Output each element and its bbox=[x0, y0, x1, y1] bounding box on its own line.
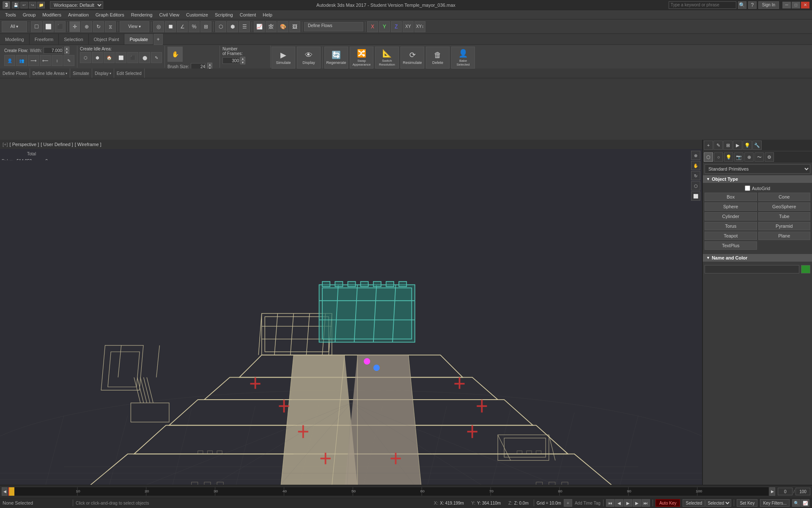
object-type-header[interactable]: ▼ Object Type bbox=[703, 175, 812, 183]
rect-select-btn[interactable]: ⬜ bbox=[43, 21, 54, 32]
frames-spinner[interactable]: ▲ ▼ bbox=[240, 57, 245, 64]
snap-percent-btn[interactable]: % bbox=[189, 21, 200, 32]
rp-utilities-tab[interactable]: 🔧 bbox=[752, 141, 762, 150]
menu-civil-view[interactable]: Civil View bbox=[156, 11, 182, 18]
menu-graph-editors[interactable]: Graph Editors bbox=[92, 11, 128, 18]
swap-appearance-btn[interactable]: 🔀 Swap Appearance bbox=[350, 47, 373, 69]
brush-spin-up[interactable]: ▲ bbox=[207, 63, 212, 66]
tab-populate[interactable]: Populate bbox=[124, 34, 153, 44]
prev-frame-btn[interactable]: ◀ bbox=[615, 499, 623, 507]
width-spinner[interactable]: ▲ ▼ bbox=[64, 47, 69, 54]
sphere-btn[interactable]: Sphere bbox=[705, 202, 757, 211]
quick-redo-btn[interactable]: ↪ bbox=[29, 2, 36, 8]
tab-object-paint[interactable]: Object Paint bbox=[89, 34, 125, 44]
menu-help[interactable]: Help bbox=[259, 11, 276, 18]
tube-btn[interactable]: Tube bbox=[758, 212, 811, 221]
close-btn[interactable]: ✕ bbox=[801, 2, 809, 8]
idle-btn-6[interactable]: ⬤ bbox=[139, 52, 150, 63]
idle-btn-5[interactable]: ⬛ bbox=[127, 52, 138, 63]
rp-geometry-btn[interactable]: ⬡ bbox=[704, 152, 713, 162]
timeline-back-btn[interactable]: ◀ bbox=[2, 487, 8, 496]
search-input[interactable] bbox=[669, 1, 736, 9]
rp-display-tab[interactable]: 💡 bbox=[743, 141, 752, 150]
menu-tools[interactable]: Tools bbox=[2, 11, 19, 18]
workspace-selector[interactable]: Workspace: Default bbox=[50, 1, 103, 9]
y-axis-btn[interactable]: Y bbox=[379, 21, 390, 32]
tab-freeform[interactable]: Freeform bbox=[30, 34, 59, 44]
viewport-canvas[interactable]: Total Polys: 514,950 0 Verts: 357,534 0 … bbox=[0, 149, 702, 508]
vp-nav-orbit-btn[interactable]: ↻ bbox=[691, 171, 700, 180]
modify-idle-btn[interactable]: ✋ bbox=[167, 47, 183, 62]
snap-3d-btn[interactable]: 🔲 bbox=[165, 21, 176, 32]
flow-btn-1[interactable]: 👤 bbox=[4, 55, 15, 66]
sign-in-btn[interactable]: Sign In bbox=[758, 1, 779, 9]
select-filter-dropdown[interactable]: All ▾ bbox=[2, 21, 27, 32]
workspace-dropdown[interactable]: Workspace: Default bbox=[50, 1, 103, 9]
material-editor-btn[interactable]: 🎨 bbox=[277, 21, 288, 32]
idle-btn-1[interactable]: ⬡ bbox=[80, 52, 91, 63]
cylinder-btn[interactable]: Cylinder bbox=[705, 212, 757, 221]
cone-btn[interactable]: Cone bbox=[758, 193, 811, 201]
rp-lights-btn[interactable]: 💡 bbox=[724, 152, 733, 162]
vp-nav-maximize-btn[interactable]: ⬜ bbox=[691, 191, 700, 201]
rp-helpers-btn[interactable]: ⊕ bbox=[744, 152, 754, 162]
flow-btn-3[interactable]: ⟶ bbox=[28, 55, 39, 66]
resimulate-btn[interactable]: ⟳ Resimulate bbox=[401, 47, 424, 69]
flow-btn-6[interactable]: ✎ bbox=[63, 55, 74, 66]
teapot-btn[interactable]: Teapot bbox=[705, 232, 757, 240]
menu-animation[interactable]: Animation bbox=[65, 11, 92, 18]
textplus-btn[interactable]: TextPlus bbox=[705, 241, 757, 250]
tab-modeling[interactable]: Modeling bbox=[0, 34, 30, 44]
autogrid-checkbox[interactable] bbox=[745, 185, 750, 191]
rp-cameras-btn[interactable]: 📷 bbox=[734, 152, 743, 162]
primitives-dropdown[interactable]: Standard Primitives bbox=[705, 164, 810, 174]
go-start-btn[interactable]: ⏮ bbox=[606, 499, 614, 507]
flow-btn-2[interactable]: 👥 bbox=[16, 55, 27, 66]
reference-coord-dropdown[interactable]: View ▾ bbox=[120, 21, 149, 32]
rp-shapes-btn[interactable]: ○ bbox=[714, 152, 723, 162]
vp-nav-zoom-btn[interactable]: ⊕ bbox=[691, 151, 700, 160]
search-anim-btn[interactable]: 🔍 bbox=[792, 499, 801, 507]
snap-angle-btn[interactable]: ∠ bbox=[177, 21, 188, 32]
layer-manager-btn[interactable]: ☰ bbox=[239, 21, 250, 32]
menu-rendering[interactable]: Rendering bbox=[128, 11, 156, 18]
idle-btn-3[interactable]: 🏠 bbox=[104, 52, 115, 63]
select-btn[interactable]: ✛ bbox=[69, 21, 80, 32]
rp-create-tab[interactable]: + bbox=[704, 141, 713, 150]
menu-group[interactable]: Group bbox=[19, 11, 39, 18]
set-key-btn[interactable]: Set Key bbox=[737, 499, 757, 507]
menu-scripting[interactable]: Scripting bbox=[211, 11, 236, 18]
frames-spin-down[interactable]: ▼ bbox=[240, 61, 245, 64]
tab-selection[interactable]: Selection bbox=[59, 34, 88, 44]
window-crossing-btn[interactable]: ⬛ bbox=[55, 21, 66, 32]
display-btn[interactable]: 👁 Display bbox=[297, 47, 321, 69]
flow-btn-5[interactable]: ↕ bbox=[52, 55, 63, 66]
quick-save-btn[interactable]: 💾 bbox=[12, 2, 19, 8]
bake-selected-btn[interactable]: 👤 Bake Selected bbox=[451, 47, 475, 69]
rotate-btn[interactable]: ↻ bbox=[93, 21, 104, 32]
viewport-plus[interactable]: [+] bbox=[3, 142, 8, 147]
geosphere-btn[interactable]: GeoSphere bbox=[758, 202, 811, 211]
selected-dropdown[interactable]: Selected bbox=[705, 499, 731, 507]
rp-motion-tab[interactable]: ▶ bbox=[733, 141, 742, 150]
snap-spinner-btn[interactable]: ⊞ bbox=[200, 21, 211, 32]
object-name-input[interactable] bbox=[705, 265, 799, 273]
play-btn[interactable]: ▶ bbox=[624, 499, 632, 507]
select-by-name-btn[interactable]: ☐ bbox=[31, 21, 42, 32]
schematic-btn[interactable]: 🕸 bbox=[266, 21, 277, 32]
tab-add-btn[interactable]: + bbox=[154, 34, 163, 45]
create-selection-set-btn[interactable]: Define Flows bbox=[304, 22, 363, 31]
x-axis-btn[interactable]: X bbox=[367, 21, 378, 32]
scale-btn[interactable]: ⧖ bbox=[105, 21, 116, 32]
vp-nav-fov-btn[interactable]: ⬡ bbox=[691, 181, 700, 190]
idle-btn-2[interactable]: ⬢ bbox=[92, 52, 103, 63]
curve-editor-btn[interactable]: 📈 bbox=[254, 21, 265, 32]
move-btn[interactable]: ⊕ bbox=[81, 21, 92, 32]
next-frame-btn[interactable]: ▶ bbox=[633, 499, 641, 507]
xy-axis-btn[interactable]: XY bbox=[403, 21, 414, 32]
key-filters-btn[interactable]: Key Filters... bbox=[760, 499, 790, 507]
flow-btn-4[interactable]: ⟵ bbox=[40, 55, 51, 66]
selected-btn[interactable]: Selected bbox=[683, 499, 705, 507]
viewport-area[interactable]: [+] [ Perspective ] [ User Defined ] [ W… bbox=[0, 140, 702, 508]
timeline-track[interactable]: 10 20 30 40 50 60 70 80 90 100 bbox=[8, 487, 768, 496]
